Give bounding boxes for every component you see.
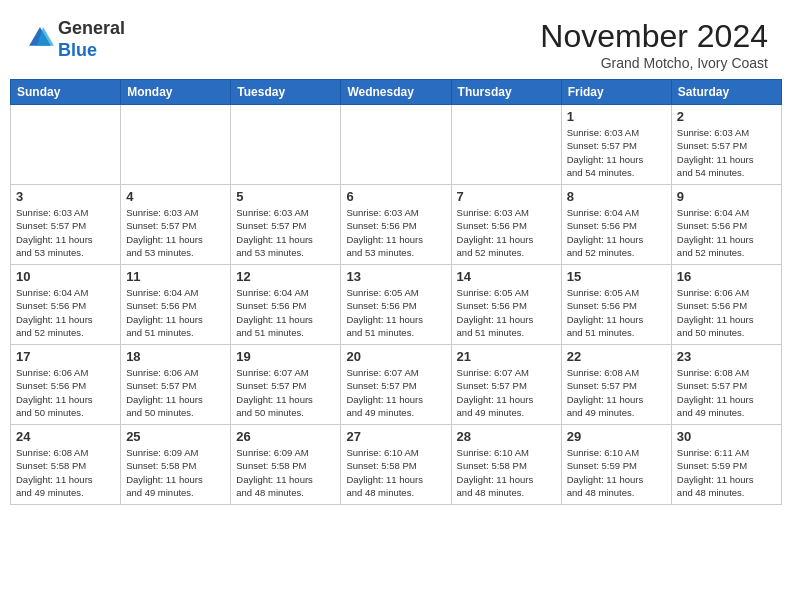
- day-number: 20: [346, 349, 445, 364]
- day-info: Sunrise: 6:08 AM Sunset: 5:57 PM Dayligh…: [677, 366, 776, 419]
- page: General Blue November 2024 Grand Motcho,…: [0, 0, 792, 612]
- calendar-day-cell: 28Sunrise: 6:10 AM Sunset: 5:58 PM Dayli…: [451, 425, 561, 505]
- day-number: 27: [346, 429, 445, 444]
- calendar-day-cell: 2Sunrise: 6:03 AM Sunset: 5:57 PM Daylig…: [671, 105, 781, 185]
- month-title: November 2024: [540, 18, 768, 55]
- day-info: Sunrise: 6:03 AM Sunset: 5:56 PM Dayligh…: [457, 206, 556, 259]
- day-number: 24: [16, 429, 115, 444]
- weekday-header-row: Sunday Monday Tuesday Wednesday Thursday…: [11, 80, 782, 105]
- day-info: Sunrise: 6:10 AM Sunset: 5:59 PM Dayligh…: [567, 446, 666, 499]
- header-wednesday: Wednesday: [341, 80, 451, 105]
- logo-blue-text: Blue: [58, 40, 97, 60]
- calendar-day-cell: 27Sunrise: 6:10 AM Sunset: 5:58 PM Dayli…: [341, 425, 451, 505]
- day-number: 10: [16, 269, 115, 284]
- calendar-day-cell: [231, 105, 341, 185]
- calendar-day-cell: 23Sunrise: 6:08 AM Sunset: 5:57 PM Dayli…: [671, 345, 781, 425]
- calendar-day-cell: 11Sunrise: 6:04 AM Sunset: 5:56 PM Dayli…: [121, 265, 231, 345]
- title-block: November 2024 Grand Motcho, Ivory Coast: [540, 18, 768, 71]
- calendar-day-cell: 30Sunrise: 6:11 AM Sunset: 5:59 PM Dayli…: [671, 425, 781, 505]
- calendar-day-cell: 3Sunrise: 6:03 AM Sunset: 5:57 PM Daylig…: [11, 185, 121, 265]
- day-info: Sunrise: 6:10 AM Sunset: 5:58 PM Dayligh…: [457, 446, 556, 499]
- day-info: Sunrise: 6:05 AM Sunset: 5:56 PM Dayligh…: [457, 286, 556, 339]
- header-saturday: Saturday: [671, 80, 781, 105]
- calendar-day-cell: 5Sunrise: 6:03 AM Sunset: 5:57 PM Daylig…: [231, 185, 341, 265]
- day-number: 30: [677, 429, 776, 444]
- day-number: 12: [236, 269, 335, 284]
- day-info: Sunrise: 6:03 AM Sunset: 5:57 PM Dayligh…: [236, 206, 335, 259]
- calendar-week-row: 24Sunrise: 6:08 AM Sunset: 5:58 PM Dayli…: [11, 425, 782, 505]
- day-info: Sunrise: 6:06 AM Sunset: 5:56 PM Dayligh…: [677, 286, 776, 339]
- calendar-day-cell: 12Sunrise: 6:04 AM Sunset: 5:56 PM Dayli…: [231, 265, 341, 345]
- calendar-day-cell: [451, 105, 561, 185]
- day-info: Sunrise: 6:09 AM Sunset: 5:58 PM Dayligh…: [236, 446, 335, 499]
- day-number: 1: [567, 109, 666, 124]
- calendar-day-cell: 4Sunrise: 6:03 AM Sunset: 5:57 PM Daylig…: [121, 185, 231, 265]
- day-number: 25: [126, 429, 225, 444]
- day-info: Sunrise: 6:03 AM Sunset: 5:56 PM Dayligh…: [346, 206, 445, 259]
- day-info: Sunrise: 6:08 AM Sunset: 5:58 PM Dayligh…: [16, 446, 115, 499]
- header: General Blue November 2024 Grand Motcho,…: [0, 0, 792, 79]
- day-number: 16: [677, 269, 776, 284]
- day-number: 3: [16, 189, 115, 204]
- day-number: 13: [346, 269, 445, 284]
- calendar-day-cell: [11, 105, 121, 185]
- day-info: Sunrise: 6:04 AM Sunset: 5:56 PM Dayligh…: [126, 286, 225, 339]
- day-info: Sunrise: 6:06 AM Sunset: 5:57 PM Dayligh…: [126, 366, 225, 419]
- day-info: Sunrise: 6:03 AM Sunset: 5:57 PM Dayligh…: [126, 206, 225, 259]
- day-number: 26: [236, 429, 335, 444]
- day-info: Sunrise: 6:03 AM Sunset: 5:57 PM Dayligh…: [677, 126, 776, 179]
- calendar-day-cell: 1Sunrise: 6:03 AM Sunset: 5:57 PM Daylig…: [561, 105, 671, 185]
- calendar-day-cell: 7Sunrise: 6:03 AM Sunset: 5:56 PM Daylig…: [451, 185, 561, 265]
- header-friday: Friday: [561, 80, 671, 105]
- day-number: 28: [457, 429, 556, 444]
- day-info: Sunrise: 6:07 AM Sunset: 5:57 PM Dayligh…: [346, 366, 445, 419]
- day-number: 4: [126, 189, 225, 204]
- day-info: Sunrise: 6:11 AM Sunset: 5:59 PM Dayligh…: [677, 446, 776, 499]
- day-info: Sunrise: 6:05 AM Sunset: 5:56 PM Dayligh…: [346, 286, 445, 339]
- calendar-day-cell: 19Sunrise: 6:07 AM Sunset: 5:57 PM Dayli…: [231, 345, 341, 425]
- day-info: Sunrise: 6:10 AM Sunset: 5:58 PM Dayligh…: [346, 446, 445, 499]
- day-number: 2: [677, 109, 776, 124]
- header-thursday: Thursday: [451, 80, 561, 105]
- calendar-day-cell: 24Sunrise: 6:08 AM Sunset: 5:58 PM Dayli…: [11, 425, 121, 505]
- calendar-day-cell: 16Sunrise: 6:06 AM Sunset: 5:56 PM Dayli…: [671, 265, 781, 345]
- day-number: 23: [677, 349, 776, 364]
- day-info: Sunrise: 6:04 AM Sunset: 5:56 PM Dayligh…: [677, 206, 776, 259]
- day-number: 7: [457, 189, 556, 204]
- day-number: 5: [236, 189, 335, 204]
- calendar-week-row: 3Sunrise: 6:03 AM Sunset: 5:57 PM Daylig…: [11, 185, 782, 265]
- day-info: Sunrise: 6:07 AM Sunset: 5:57 PM Dayligh…: [236, 366, 335, 419]
- calendar-day-cell: 14Sunrise: 6:05 AM Sunset: 5:56 PM Dayli…: [451, 265, 561, 345]
- calendar-day-cell: 13Sunrise: 6:05 AM Sunset: 5:56 PM Dayli…: [341, 265, 451, 345]
- calendar-day-cell: 8Sunrise: 6:04 AM Sunset: 5:56 PM Daylig…: [561, 185, 671, 265]
- calendar-day-cell: 22Sunrise: 6:08 AM Sunset: 5:57 PM Dayli…: [561, 345, 671, 425]
- calendar-day-cell: 10Sunrise: 6:04 AM Sunset: 5:56 PM Dayli…: [11, 265, 121, 345]
- calendar-table: Sunday Monday Tuesday Wednesday Thursday…: [10, 79, 782, 505]
- header-tuesday: Tuesday: [231, 80, 341, 105]
- day-number: 22: [567, 349, 666, 364]
- calendar-day-cell: 26Sunrise: 6:09 AM Sunset: 5:58 PM Dayli…: [231, 425, 341, 505]
- location-title: Grand Motcho, Ivory Coast: [540, 55, 768, 71]
- day-info: Sunrise: 6:09 AM Sunset: 5:58 PM Dayligh…: [126, 446, 225, 499]
- day-number: 21: [457, 349, 556, 364]
- calendar-week-row: 10Sunrise: 6:04 AM Sunset: 5:56 PM Dayli…: [11, 265, 782, 345]
- day-info: Sunrise: 6:07 AM Sunset: 5:57 PM Dayligh…: [457, 366, 556, 419]
- calendar-day-cell: 20Sunrise: 6:07 AM Sunset: 5:57 PM Dayli…: [341, 345, 451, 425]
- calendar-day-cell: [341, 105, 451, 185]
- day-number: 9: [677, 189, 776, 204]
- calendar-week-row: 1Sunrise: 6:03 AM Sunset: 5:57 PM Daylig…: [11, 105, 782, 185]
- day-info: Sunrise: 6:06 AM Sunset: 5:56 PM Dayligh…: [16, 366, 115, 419]
- logo-icon: [26, 24, 54, 52]
- day-info: Sunrise: 6:03 AM Sunset: 5:57 PM Dayligh…: [16, 206, 115, 259]
- header-monday: Monday: [121, 80, 231, 105]
- day-number: 8: [567, 189, 666, 204]
- calendar-day-cell: 15Sunrise: 6:05 AM Sunset: 5:56 PM Dayli…: [561, 265, 671, 345]
- day-info: Sunrise: 6:03 AM Sunset: 5:57 PM Dayligh…: [567, 126, 666, 179]
- calendar-day-cell: 25Sunrise: 6:09 AM Sunset: 5:58 PM Dayli…: [121, 425, 231, 505]
- day-number: 18: [126, 349, 225, 364]
- day-number: 6: [346, 189, 445, 204]
- logo: General Blue: [24, 18, 125, 61]
- day-number: 14: [457, 269, 556, 284]
- day-info: Sunrise: 6:04 AM Sunset: 5:56 PM Dayligh…: [236, 286, 335, 339]
- calendar-day-cell: [121, 105, 231, 185]
